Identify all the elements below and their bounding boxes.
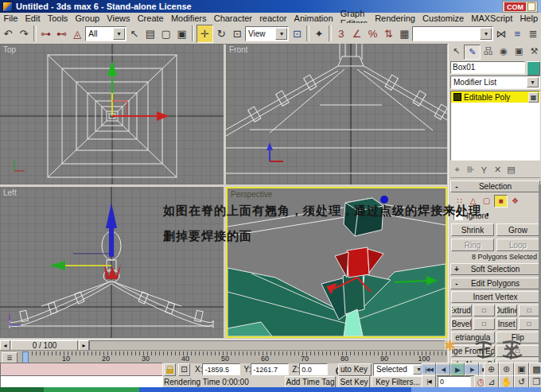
named-selection-sets-icon[interactable]: ▦ <box>397 25 412 42</box>
modifier-list-dropdown[interactable]: Modifier List ▾ <box>450 76 540 89</box>
insert-vertex-button[interactable]: Insert Vertex <box>451 291 539 303</box>
chevron-down-icon[interactable]: ▾ <box>275 28 287 40</box>
unlink-selection-icon[interactable]: ⊷ <box>54 25 69 42</box>
percent-snap-icon[interactable]: % <box>365 25 380 42</box>
current-frame-marker[interactable] <box>22 351 29 363</box>
soft-selection-rollout-header[interactable]: + Soft Selection <box>450 263 540 275</box>
polygon-subobject-icon[interactable]: ■ <box>494 195 508 208</box>
loop-button[interactable]: Loop <box>496 239 539 251</box>
stack-expand-icon[interactable] <box>453 93 461 101</box>
ring-button[interactable]: Ring <box>451 239 494 251</box>
menu-item[interactable]: File <box>0 14 21 23</box>
edge-subobject-icon[interactable]: △ <box>467 196 479 207</box>
viewport-front-label[interactable]: Front <box>229 45 247 54</box>
zoom-icon[interactable]: ⊕ <box>484 363 499 376</box>
field-of-view-icon[interactable]: ⊿ <box>484 375 499 389</box>
selected-track-dropdown[interactable]: Selected ▾ <box>373 363 426 376</box>
pan-icon[interactable]: ✋ <box>499 375 514 389</box>
viewport-front[interactable]: Front <box>226 44 447 184</box>
show-end-result-icon[interactable]: ⊪ <box>464 164 477 177</box>
selection-rollout-header[interactable]: - Selection <box>450 180 540 192</box>
play-animation-icon[interactable]: ▶ <box>450 363 465 376</box>
menu-item[interactable]: Tools <box>44 14 72 23</box>
viewport-top[interactable]: Top <box>0 44 224 184</box>
motion-tab-icon[interactable]: ◉ <box>496 45 512 58</box>
utilities-tab-icon[interactable]: ⚒ <box>527 45 541 58</box>
menu-item[interactable]: MAXScript <box>468 14 516 23</box>
undo-icon[interactable]: ↶ <box>1 25 16 42</box>
display-tab-icon[interactable]: ▣ <box>512 45 527 58</box>
chevron-down-icon[interactable]: ▾ <box>480 28 492 40</box>
align-icon[interactable]: ≡ <box>510 25 525 42</box>
stack-corner-icon[interactable]: ▦ <box>528 92 539 103</box>
selection-lock-toggle[interactable] <box>164 363 176 376</box>
menu-item[interactable]: reactor <box>256 14 290 23</box>
menu-item[interactable]: Edit <box>21 14 44 23</box>
viewport-left-label[interactable]: Left <box>3 188 17 197</box>
stack-item-editable-poly[interactable]: Editable Poly ▦ <box>451 91 539 103</box>
set-key-button[interactable]: Set Key <box>338 376 370 388</box>
vertex-subobject-icon[interactable]: ∷ <box>453 196 465 207</box>
selection-filter-dropdown[interactable]: All ▾ <box>85 26 126 41</box>
outline-settings-icon[interactable]: □ <box>519 305 539 316</box>
viewport-top-label[interactable]: Top <box>3 45 16 54</box>
object-name-field[interactable]: Box01 <box>450 61 525 74</box>
select-by-name-icon[interactable]: ▤ <box>142 25 158 42</box>
reference-coordinate-dropdown[interactable]: View ▾ <box>245 26 289 41</box>
menu-item[interactable]: Create <box>134 14 167 23</box>
hierarchy-tab-icon[interactable]: 品 <box>481 45 496 58</box>
grow-button[interactable]: Grow <box>496 223 539 236</box>
absolute-mode-toggle-icon[interactable]: ⊡ <box>178 363 190 376</box>
inset-button[interactable]: Inset <box>496 318 517 330</box>
inset-settings-icon[interactable]: □ <box>519 318 539 330</box>
menu-item[interactable]: Animation <box>290 14 337 23</box>
select-and-scale-icon[interactable]: ⊡ <box>230 25 245 42</box>
window-crossing-icon[interactable]: ▣ <box>174 25 189 42</box>
bevel-button[interactable]: Bevel <box>451 318 472 330</box>
selection-region-icon[interactable]: ▢ <box>158 25 173 42</box>
spinner-snap-icon[interactable]: ⇅ <box>381 25 396 42</box>
configure-modifier-sets-icon[interactable]: ▤ <box>504 164 518 177</box>
previous-frame-icon[interactable]: ◀| <box>436 363 450 376</box>
angle-snap-icon[interactable]: ∠ <box>349 25 364 42</box>
menu-item[interactable]: Views <box>103 14 134 23</box>
title-bar[interactable]: Untitled - 3ds max 6 - Stand-alone Licen… <box>0 0 541 13</box>
shrink-button[interactable]: Shrink <box>451 223 494 236</box>
arc-rotate-icon[interactable]: ↺ <box>514 375 529 389</box>
bevel-settings-icon[interactable]: □ <box>473 318 494 330</box>
zoom-extents-all-icon[interactable]: ▩ <box>529 363 541 376</box>
key-mode-toggle-icon[interactable]: |◀ <box>422 375 436 389</box>
element-subobject-icon[interactable]: ❖ <box>509 196 521 207</box>
next-frame-icon[interactable]: |▶ <box>465 363 479 376</box>
menu-item[interactable]: Rendering <box>372 14 419 23</box>
make-unique-icon[interactable]: Y <box>477 164 491 177</box>
z-coord-field[interactable]: 0.0 <box>299 363 328 375</box>
zoom-all-icon[interactable]: ⊛ <box>499 363 514 376</box>
snap-toggle-3d-icon[interactable]: 3 <box>333 25 348 42</box>
select-object-icon[interactable]: ↖ <box>127 25 142 42</box>
bind-to-spacewarp-icon[interactable]: ◬ <box>70 25 85 42</box>
hinge-from-edge-button[interactable]: Hinge From Edge <box>451 345 495 357</box>
extrude-settings-icon[interactable]: □ <box>473 305 494 316</box>
menu-item[interactable]: Modifiers <box>167 14 210 23</box>
object-color-swatch[interactable] <box>527 61 540 76</box>
pin-stack-icon[interactable]: ⌖ <box>450 164 464 177</box>
select-and-rotate-icon[interactable]: ↻ <box>214 25 229 42</box>
zoom-extents-icon[interactable]: ▣ <box>514 363 529 376</box>
viewport-left[interactable]: Left <box>0 187 224 338</box>
add-time-tag-button[interactable]: Add Time Tag <box>285 376 336 388</box>
key-filters-button[interactable]: Key Filters... <box>372 376 424 388</box>
viewport-perspective[interactable]: Perspective <box>226 187 447 338</box>
remove-modifier-icon[interactable]: ✕ <box>491 164 504 177</box>
select-and-manipulate-icon[interactable]: ✦ <box>312 25 327 42</box>
min-max-toggle-icon[interactable]: ❒ <box>529 375 541 389</box>
named-selection-dropdown[interactable]: ▾ <box>412 26 493 41</box>
track-bar[interactable]: ≣ 0102030405060708090100 <box>0 350 447 363</box>
current-frame-field[interactable]: 0 <box>438 376 471 388</box>
retriangulate-button[interactable]: etriangula <box>451 332 495 343</box>
edit-polygons-rollout-header[interactable]: - Edit Polygons <box>450 278 540 289</box>
y-coord-field[interactable]: -1261.7 <box>251 363 289 375</box>
menu-item[interactable]: Customize <box>419 14 468 23</box>
modify-tab-icon[interactable]: ✎ <box>464 45 481 60</box>
outline-button[interactable]: Outline <box>496 305 517 316</box>
